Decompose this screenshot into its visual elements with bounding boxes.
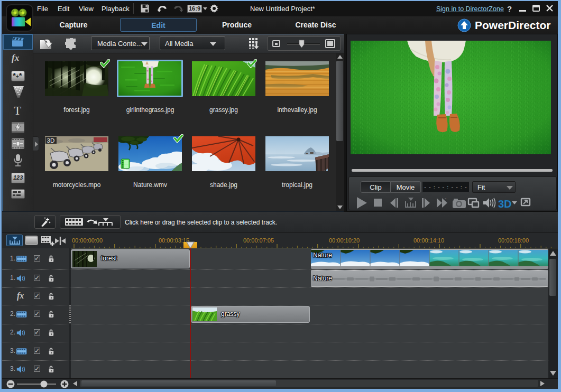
svg-text:3D: 3D: [498, 198, 512, 210]
svg-text:3D: 3D: [47, 137, 55, 144]
